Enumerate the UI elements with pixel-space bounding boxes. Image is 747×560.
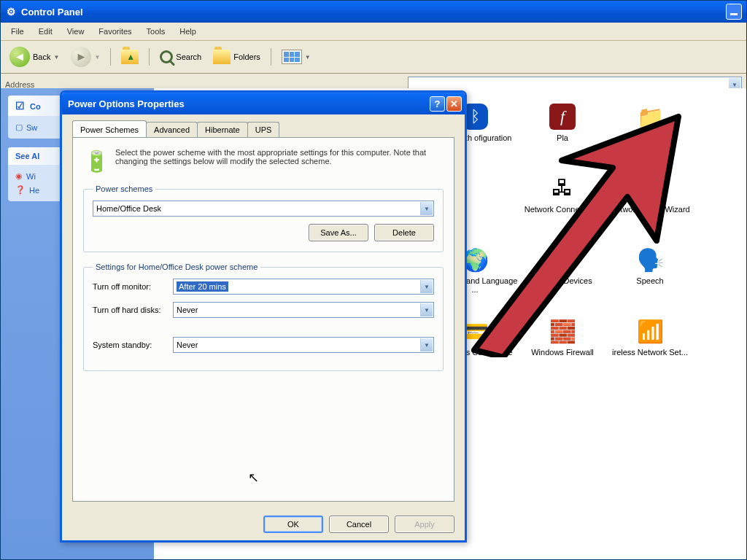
forward-icon: ► [71, 47, 91, 67]
toolbar-separator [110, 48, 111, 66]
views-drop-icon: ▼ [305, 54, 311, 61]
folders-button[interactable]: Folders [209, 47, 265, 67]
menu-help[interactable]: Help [172, 24, 204, 39]
search-icon [160, 50, 173, 63]
hdd-label: Turn off hard disks: [93, 306, 173, 314]
cp-item-network-setup[interactable]: 🏠Network Setup Wizard [606, 174, 694, 240]
folder-up-icon: ▲ [121, 50, 139, 64]
checklist-icon: ☑ [15, 100, 25, 112]
menu-tools[interactable]: Tools [139, 24, 173, 39]
monitor-select[interactable]: After 20 mins ▼ [173, 279, 434, 295]
dialog-footer: OK Cancel Apply [62, 508, 465, 540]
window-title: Control Panel [21, 7, 83, 18]
monitor-row: Turn off monitor: After 20 mins ▼ [93, 279, 434, 295]
menu-edit[interactable]: Edit [31, 24, 60, 39]
toolbar-separator-2 [149, 48, 150, 66]
network-conn-icon: 🖧 [549, 174, 576, 202]
back-icon: ◄ [9, 47, 30, 67]
switch-icon: ▢ [15, 122, 23, 132]
cp-item-firewall[interactable]: 🧱Windows Firewall [519, 317, 606, 383]
cp-item-flash[interactable]: fPla [519, 103, 606, 168]
dropdown-icon: ▼ [420, 280, 433, 293]
views-icon [282, 50, 302, 64]
cursor-icon: ↖ [248, 470, 259, 486]
minimize-button[interactable] [726, 4, 742, 20]
monitor-label: Turn off monitor: [93, 282, 173, 291]
toolbar-separator-3 [271, 48, 271, 66]
search-label: Search [176, 52, 201, 61]
cp-item-sounds[interactable]: 🔉nds and Devices [519, 246, 606, 311]
dialog-body: Power Schemes Advanced Hibernate UPS 🔋 S… [62, 114, 465, 509]
menu-view[interactable]: View [60, 24, 92, 39]
standby-row: System standby: Never ▼ [93, 337, 434, 353]
control-panel-icon: ⚙ [5, 6, 17, 18]
back-drop-icon: ▼ [53, 54, 59, 61]
up-button[interactable]: ▲ [117, 47, 143, 67]
wireless-icon: 📶 [636, 317, 664, 345]
folders-label: Folders [233, 52, 260, 61]
firewall-icon: 🧱 [549, 317, 576, 345]
windows-update-icon: ◉ [15, 171, 23, 181]
tab-power-schemes[interactable]: Power Schemes [72, 120, 147, 137]
speech-icon: 🗣️ [636, 246, 664, 273]
tab-row: Power Schemes Advanced Hibernate UPS [72, 122, 454, 137]
power-scheme-select[interactable]: Home/Office Desk ▼ [93, 201, 434, 217]
dialog-titlebar: Power Options Properties ? ✕ [62, 93, 465, 114]
hdd-value: Never [177, 306, 198, 314]
back-button[interactable]: ◄ Back ▼ [5, 44, 63, 70]
folders-icon [213, 50, 231, 64]
network-setup-icon: 🏠 [636, 174, 664, 202]
standby-select[interactable]: Never ▼ [173, 337, 434, 353]
power-schemes-legend: Power schemes [93, 184, 155, 193]
dialog-close-button[interactable]: ✕ [446, 96, 462, 112]
flash-icon: f [549, 103, 576, 131]
power-options-dialog: Power Options Properties ? ✕ Power Schem… [60, 90, 467, 542]
dropdown-icon: ▼ [420, 303, 433, 316]
toolbar: ◄ Back ▼ ► ▼ ▲ Search Folders ▼ [1, 41, 746, 74]
save-as-button[interactable]: Save As... [309, 224, 368, 241]
search-button[interactable]: Search [155, 47, 206, 66]
delete-button[interactable]: Delete [374, 224, 434, 241]
tab-advanced[interactable]: Advanced [146, 122, 198, 137]
scheme-settings-group: Settings for Home/Office Desk power sche… [83, 262, 444, 371]
views-button[interactable]: ▼ [277, 47, 315, 67]
fwd-drop-icon: ▼ [94, 54, 100, 61]
hdd-row: Turn off hard disks: Never ▼ [93, 302, 434, 318]
dropdown-icon: ▼ [420, 202, 433, 215]
tab-panel: 🔋 Select the power scheme with the most … [72, 137, 454, 502]
tab-ups[interactable]: UPS [247, 122, 280, 137]
cp-item-network-conn[interactable]: 🖧Network Connections [519, 174, 606, 240]
menubar: File Edit View Favorites Tools Help [1, 23, 746, 41]
scheme-settings-legend: Settings for Home/Office Desk power sche… [93, 262, 260, 271]
power-scheme-value: Home/Office Desk [96, 204, 161, 213]
main-titlebar: ⚙ Control Panel [1, 1, 746, 23]
back-label: Back [33, 52, 50, 61]
battery-plug-icon: 🔋 [83, 148, 109, 174]
menu-file[interactable]: File [4, 24, 31, 39]
cancel-button[interactable]: Cancel [329, 516, 389, 533]
cp-item-speech[interactable]: 🗣️Speech [606, 246, 694, 311]
tab-hibernate[interactable]: Hibernate [197, 122, 248, 137]
standby-value: Never [177, 341, 198, 349]
sounds-icon: 🔉 [549, 246, 576, 273]
cp-item-wireless[interactable]: 📶ireless Network Set... [606, 317, 694, 383]
cp-item-folder-opts[interactable]: 📁 [606, 103, 694, 168]
power-schemes-group: Power schemes Home/Office Desk ▼ Save As… [83, 184, 444, 252]
hdd-select[interactable]: Never ▼ [173, 302, 434, 318]
dropdown-icon: ▼ [420, 338, 433, 351]
folder-options-icon: 📁 [636, 103, 664, 131]
menu-favorites[interactable]: Favorites [91, 24, 139, 39]
dialog-title: Power Options Properties [68, 98, 185, 109]
forward-button[interactable]: ► ▼ [66, 44, 104, 70]
apply-button[interactable]: Apply [395, 516, 454, 533]
standby-label: System standby: [93, 341, 173, 349]
ok-button[interactable]: OK [263, 516, 323, 533]
scheme-description: 🔋 Select the power scheme with the most … [83, 148, 444, 174]
help-icon: ❓ [15, 185, 26, 195]
dialog-help-button[interactable]: ? [430, 96, 445, 112]
scheme-description-text: Select the power scheme with the most ap… [115, 148, 444, 174]
monitor-value: After 20 mins [177, 281, 228, 292]
